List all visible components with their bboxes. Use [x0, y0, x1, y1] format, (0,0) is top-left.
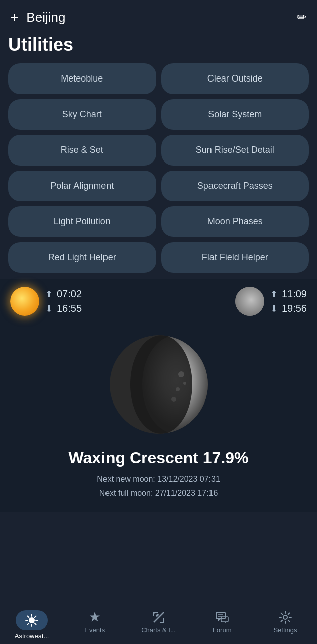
- utility-button-light-pollution[interactable]: Light Pollution: [8, 206, 156, 237]
- nav-events-label: Events: [85, 626, 105, 634]
- svg-line-18: [154, 612, 164, 622]
- svg-point-7: [171, 397, 176, 402]
- nav-item-events[interactable]: Events: [63, 610, 127, 634]
- edit-button[interactable]: ✏: [297, 10, 307, 24]
- sunset-icon: ⬇: [45, 303, 53, 314]
- utilities-section: Utilities MeteoblueClear OutsideSky Char…: [0, 32, 317, 278]
- moonset-icon: ⬇: [270, 303, 278, 314]
- svg-point-6: [183, 382, 186, 385]
- utility-button-meteoblue[interactable]: Meteoblue: [8, 63, 156, 94]
- moon-phase-name: Waxing Crescent 17.9%: [68, 449, 248, 467]
- sun-rise-time: 07:02: [57, 288, 82, 300]
- moon-phase-svg: [103, 329, 214, 440]
- nav-item-astroweather[interactable]: Astroweat...: [0, 610, 63, 640]
- moon-times: ⬆ 11:09 ⬇ 19:56: [270, 288, 307, 314]
- utility-button-polar-alignment[interactable]: Polar Alignment: [8, 171, 156, 201]
- sun-rise-row: ⬆ 07:02: [45, 288, 82, 300]
- utility-button-clear-outside[interactable]: Clear Outside: [161, 63, 309, 94]
- utility-button-rise-set[interactable]: Rise & Set: [8, 135, 156, 166]
- sun-rise-set: ⬆ 07:02 ⬇ 16:55: [10, 287, 82, 316]
- svg-rect-25: [216, 612, 225, 619]
- nav-item-charts[interactable]: Charts & I...: [127, 610, 190, 634]
- forum-nav-icon: [215, 610, 229, 624]
- utilities-grid: MeteoblueClear OutsideSky ChartSolar Sys…: [8, 63, 309, 273]
- bottom-nav: Astroweat... Events Charts & I...: [0, 605, 317, 644]
- header: + Beijing ✏: [0, 0, 317, 32]
- settings-nav-icon: [278, 610, 292, 624]
- add-location-button[interactable]: +: [10, 9, 18, 25]
- moon-rise-set: ⬆ 11:09 ⬇ 19:56: [235, 287, 307, 316]
- svg-line-13: [28, 616, 29, 618]
- nav-item-settings[interactable]: Settings: [254, 610, 317, 634]
- moonrise-icon: ⬆: [270, 289, 278, 300]
- svg-point-4: [178, 371, 184, 377]
- location-title: Beijing: [26, 10, 65, 25]
- utility-button-sky-chart[interactable]: Sky Chart: [8, 99, 156, 130]
- svg-line-15: [35, 616, 36, 618]
- nav-settings-label: Settings: [273, 626, 297, 634]
- nav-forum-label: Forum: [213, 626, 232, 634]
- moon-thumbnail: [235, 287, 264, 316]
- header-left: + Beijing: [10, 9, 65, 25]
- next-full-moon: Next full moon: 27/11/2023 17:16: [99, 486, 218, 500]
- sun-times: ⬆ 07:02 ⬇ 16:55: [45, 288, 82, 314]
- moon-set-time: 19:56: [282, 303, 307, 314]
- svg-point-8: [29, 617, 35, 623]
- moon-rise-time: 11:09: [282, 288, 307, 300]
- utility-button-flat-field-helper[interactable]: Flat Field Helper: [161, 242, 309, 273]
- svg-line-14: [35, 623, 36, 625]
- svg-point-29: [283, 615, 287, 619]
- sun-nav-icon: [25, 613, 39, 627]
- nav-astroweather-label: Astroweat...: [15, 632, 49, 640]
- sunrise-icon: ⬆: [45, 289, 53, 300]
- next-new-moon: Next new moon: 13/12/2023 07:31: [97, 472, 220, 486]
- nav-astroweather-wrapper: [16, 610, 48, 630]
- moon-rise-row: ⬆ 11:09: [270, 288, 307, 300]
- satellite-nav-icon: [152, 610, 166, 624]
- utility-button-solar-system[interactable]: Solar System: [161, 99, 309, 130]
- sun-set-time: 16:55: [57, 303, 82, 314]
- svg-line-16: [28, 623, 29, 625]
- nav-charts-label: Charts & I...: [141, 626, 176, 634]
- utility-button-spacecraft-passes[interactable]: Spacecraft Passes: [161, 171, 309, 201]
- utility-button-red-light-helper[interactable]: Red Light Helper: [8, 242, 156, 273]
- moon-phase-visual: [103, 329, 214, 440]
- rise-set-bar: ⬆ 07:02 ⬇ 16:55 ⬆ 11:09 ⬇ 19:56: [0, 279, 317, 324]
- svg-rect-19: [155, 613, 159, 617]
- svg-point-5: [176, 387, 180, 391]
- utility-button-moon-phases[interactable]: Moon Phases: [161, 206, 309, 237]
- svg-point-3: [130, 335, 192, 434]
- sun-icon: [10, 287, 39, 316]
- nav-item-forum[interactable]: Forum: [190, 610, 254, 634]
- star-nav-icon: [88, 610, 102, 624]
- utilities-heading: Utilities: [8, 32, 309, 55]
- utility-button-sun-rise-set-detail[interactable]: Sun Rise/Set Detail: [161, 135, 309, 166]
- moon-set-row: ⬇ 19:56: [270, 303, 307, 314]
- moon-phase-section: Waxing Crescent 17.9% Next new moon: 13/…: [0, 324, 317, 512]
- svg-marker-17: [90, 612, 100, 622]
- sun-set-row: ⬇ 16:55: [45, 303, 82, 314]
